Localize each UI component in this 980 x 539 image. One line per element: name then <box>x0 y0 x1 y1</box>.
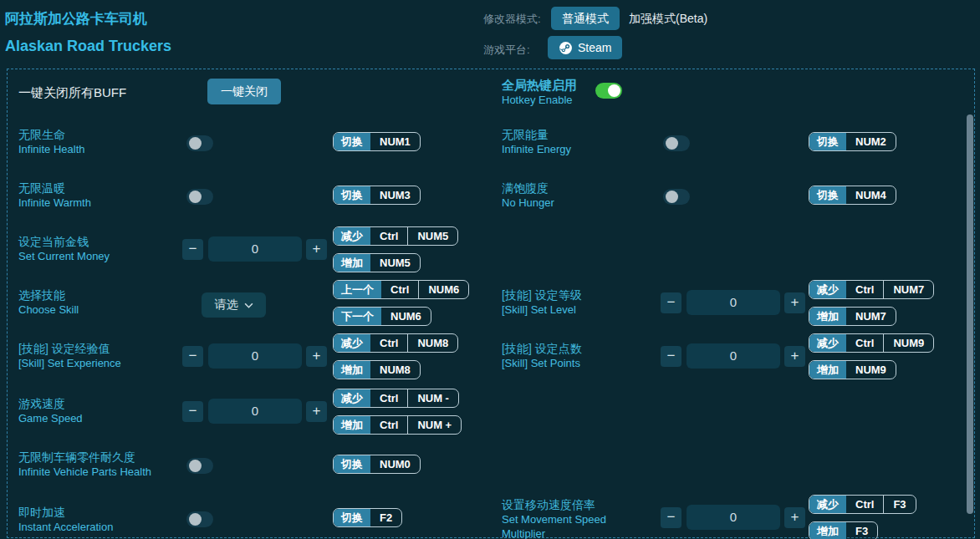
hotkey-level-increase[interactable]: 增加 NUM7 <box>809 307 896 326</box>
money-value-field[interactable]: 0 <box>208 236 302 262</box>
hotkey-key: NUM9 <box>883 334 933 352</box>
cheat-label-infinite-health: 无限生命 Infinite Health <box>18 127 85 156</box>
hotkey-key: NUM5 <box>407 227 457 245</box>
hotkey-speed-increase[interactable]: 增加 Ctrl NUM + <box>333 415 462 435</box>
hotkey-infinite-vehicle-parts[interactable]: 切换 NUM0 <box>333 455 421 474</box>
hotkey-action: 增加 <box>334 416 370 434</box>
increase-level-button[interactable]: + <box>784 292 805 313</box>
hotkey-modifier: Ctrl <box>370 334 407 352</box>
hotkey-key: F3 <box>883 496 915 513</box>
hotkey-level-decrease[interactable]: 减少 Ctrl NUM7 <box>809 280 934 299</box>
mode-normal-button[interactable]: 普通模式 <box>551 7 620 30</box>
hotkey-skill-previous[interactable]: 上一个 Ctrl NUM6 <box>333 280 469 299</box>
increase-money-button[interactable]: + <box>306 239 327 260</box>
toggle-infinite-energy[interactable] <box>663 135 690 151</box>
hotkey-action: 切换 <box>334 133 370 150</box>
increase-movement-speed-button[interactable]: + <box>784 507 805 528</box>
close-all-button[interactable]: 一键关闭 <box>207 79 281 104</box>
toggle-infinite-vehicle-parts[interactable] <box>186 458 213 474</box>
hotkey-modifier: Ctrl <box>370 389 407 407</box>
hotkey-action: 减少 <box>809 496 846 513</box>
toggle-infinite-health[interactable] <box>186 135 213 151</box>
toggle-infinite-warmth[interactable] <box>186 189 213 205</box>
decrease-level-button[interactable]: − <box>661 292 681 313</box>
cheat-label-instant-acceleration: 即时加速 Instant Acceleration <box>18 505 113 534</box>
label-en: Game Speed <box>18 411 83 425</box>
toggle-instant-acceleration[interactable] <box>186 511 213 527</box>
hotkey-movement-speed-increase[interactable]: 增加 F3 <box>809 521 878 539</box>
hotkey-key: NUM4 <box>846 186 896 204</box>
points-value-field[interactable]: 0 <box>687 343 780 369</box>
label-cn: 即时加速 <box>18 505 113 520</box>
increase-experience-button[interactable]: + <box>306 346 327 367</box>
hotkey-points-decrease[interactable]: 减少 Ctrl NUM9 <box>809 333 934 353</box>
hotkey-action: 切换 <box>334 186 370 204</box>
hotkey-modifier: Ctrl <box>846 281 883 298</box>
hotkey-infinite-energy[interactable]: 切换 NUM2 <box>809 132 896 151</box>
toggle-no-hunger[interactable] <box>663 189 690 205</box>
movement-speed-value-field[interactable]: 0 <box>687 505 780 530</box>
hotkey-action: 上一个 <box>334 281 381 298</box>
hotkey-key: NUM7 <box>883 281 933 298</box>
hotkey-action: 切换 <box>334 455 370 473</box>
hotkey-key: F3 <box>846 522 877 539</box>
label-cn: 设置移动速度倍率 <box>502 497 640 512</box>
decrease-points-button[interactable]: − <box>661 346 681 367</box>
label-cn: [技能] 设定等级 <box>502 287 582 303</box>
cheat-label-choose-skill: 选择技能 Choose Skill <box>18 287 79 317</box>
hotkey-money-decrease[interactable]: 减少 Ctrl NUM5 <box>333 226 458 246</box>
label-en: Set Current Money <box>18 249 110 263</box>
increase-points-button[interactable]: + <box>784 346 805 367</box>
hotkey-key: NUM3 <box>370 186 420 204</box>
hotkey-skill-next[interactable]: 下一个 NUM6 <box>333 307 431 326</box>
hotkey-action: 减少 <box>809 334 846 352</box>
steam-icon <box>559 41 573 55</box>
hotkey-action: 减少 <box>334 334 370 352</box>
steam-platform-button[interactable]: Steam <box>548 36 622 59</box>
decrease-money-button[interactable]: − <box>182 239 203 260</box>
label-cn: 游戏速度 <box>18 396 83 411</box>
label-en: [Skill] Set Level <box>502 303 582 317</box>
decrease-movement-speed-button[interactable]: − <box>661 507 681 528</box>
label-cn: 设定当前金钱 <box>18 234 110 249</box>
label-en: Instant Acceleration <box>18 520 113 534</box>
hotkey-no-hunger[interactable]: 切换 NUM4 <box>809 186 896 205</box>
increase-speed-button[interactable]: + <box>306 401 327 422</box>
platform-label: 游戏平台: <box>483 43 530 58</box>
hotkey-points-increase[interactable]: 增加 NUM9 <box>809 360 896 379</box>
label-en: Infinite Vehicle Parts Health <box>18 465 151 479</box>
label-en: Set Movement Speed Multiplier <box>502 512 640 539</box>
hotkey-key: NUM - <box>407 389 458 407</box>
decrease-speed-button[interactable]: − <box>182 401 203 422</box>
hotkey-modifier: Ctrl <box>370 227 407 245</box>
label-cn: 无限温暖 <box>18 181 91 196</box>
toggle-knob <box>189 137 202 150</box>
hotkey-action: 增加 <box>334 361 370 379</box>
toggle-hotkey-enable[interactable] <box>595 83 622 99</box>
decrease-experience-button[interactable]: − <box>182 346 203 367</box>
hotkey-experience-increase[interactable]: 增加 NUM8 <box>333 360 421 379</box>
hotkey-key: NUM0 <box>370 455 420 473</box>
hotkey-key: NUM7 <box>846 308 896 325</box>
cheat-label-infinite-vehicle-parts: 无限制车辆零件耐久度 Infinite Vehicle Parts Health <box>18 450 151 479</box>
toggle-knob <box>608 84 620 97</box>
hotkey-money-increase[interactable]: 增加 NUM5 <box>333 253 421 272</box>
hotkey-speed-decrease[interactable]: 减少 Ctrl NUM - <box>333 389 459 408</box>
hotkey-experience-decrease[interactable]: 减少 Ctrl NUM8 <box>333 333 458 353</box>
hotkey-infinite-health[interactable]: 切换 NUM1 <box>333 132 421 151</box>
label-en: Infinite Health <box>18 142 85 156</box>
experience-value-field[interactable]: 0 <box>208 343 302 369</box>
hotkey-instant-acceleration[interactable]: 切换 F2 <box>333 508 402 527</box>
speed-value-field[interactable]: 0 <box>208 399 302 424</box>
game-title-en: Alaskan Road Truckers <box>5 38 171 55</box>
mode-beta-option[interactable]: 加强模式(Beta) <box>629 12 707 27</box>
label-cn: 选择技能 <box>18 287 79 303</box>
mode-label: 修改器模式: <box>483 12 541 27</box>
hotkey-action: 切换 <box>334 509 370 526</box>
hotkey-infinite-warmth[interactable]: 切换 NUM3 <box>333 186 421 205</box>
scrollbar-thumb[interactable] <box>967 114 973 514</box>
hotkey-movement-speed-decrease[interactable]: 减少 Ctrl F3 <box>809 495 916 514</box>
level-value-field[interactable]: 0 <box>687 290 780 315</box>
skill-dropdown[interactable]: 请选 <box>202 292 266 318</box>
label-cn: 全局热键启用 <box>502 78 577 93</box>
